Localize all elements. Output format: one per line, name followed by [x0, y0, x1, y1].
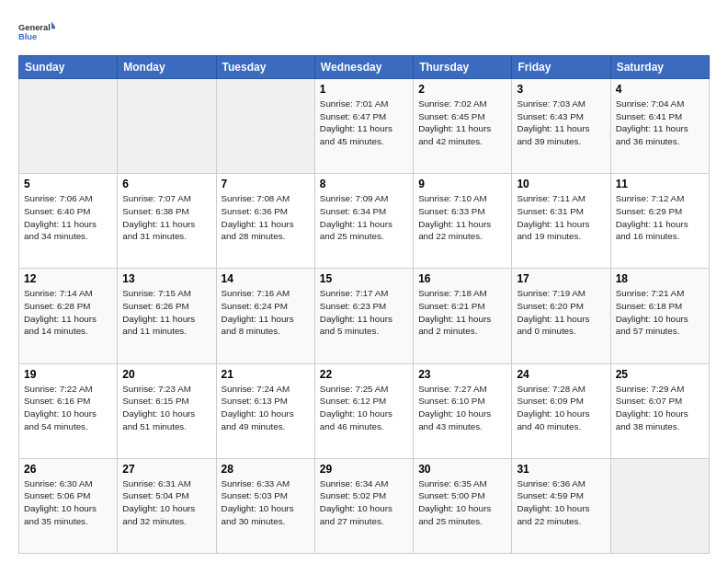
day-info: Sunrise: 7:29 AM Sunset: 6:07 PM Dayligh…	[616, 383, 704, 433]
day-cell: 19Sunrise: 7:22 AM Sunset: 6:16 PM Dayli…	[19, 363, 118, 458]
day-cell: 20Sunrise: 7:23 AM Sunset: 6:15 PM Dayli…	[118, 363, 216, 458]
day-number: 29	[320, 463, 408, 476]
day-number: 27	[122, 463, 210, 476]
day-info: Sunrise: 7:25 AM Sunset: 6:12 PM Dayligh…	[320, 383, 408, 433]
day-number: 11	[616, 178, 704, 190]
day-number: 16	[418, 272, 506, 285]
day-cell: 8Sunrise: 7:09 AM Sunset: 6:34 PM Daylig…	[314, 174, 413, 269]
day-number: 23	[418, 368, 506, 381]
day-cell: 15Sunrise: 7:17 AM Sunset: 6:23 PM Dayli…	[314, 269, 413, 363]
day-cell: 3Sunrise: 7:03 AM Sunset: 6:43 PM Daylig…	[512, 79, 610, 174]
svg-text:Blue: Blue	[18, 32, 37, 41]
day-info: Sunrise: 6:35 AM Sunset: 5:00 PM Dayligh…	[418, 477, 506, 528]
logo-svg: General Blue	[18, 15, 55, 48]
day-cell: 29Sunrise: 6:34 AM Sunset: 5:02 PM Dayli…	[314, 458, 413, 553]
day-info: Sunrise: 7:03 AM Sunset: 6:43 PM Dayligh…	[517, 98, 605, 148]
day-cell: 1Sunrise: 7:01 AM Sunset: 6:47 PM Daylig…	[314, 79, 413, 174]
day-info: Sunrise: 7:04 AM Sunset: 6:41 PM Dayligh…	[616, 98, 704, 148]
svg-marker-2	[51, 21, 55, 29]
day-info: Sunrise: 6:33 AM Sunset: 5:03 PM Dayligh…	[222, 477, 310, 528]
weekday-thursday: Thursday	[414, 56, 512, 79]
day-info: Sunrise: 7:14 AM Sunset: 6:28 PM Dayligh…	[24, 287, 112, 338]
day-cell: 5Sunrise: 7:06 AM Sunset: 6:40 PM Daylig…	[19, 174, 118, 269]
header: General Blue	[18, 15, 710, 48]
day-cell: 26Sunrise: 6:30 AM Sunset: 5:06 PM Dayli…	[19, 458, 118, 553]
day-number: 10	[517, 178, 605, 190]
day-number: 8	[320, 178, 408, 190]
day-number: 17	[517, 272, 605, 285]
day-number: 21	[222, 368, 310, 381]
day-number: 19	[24, 368, 112, 381]
week-row-4: 19Sunrise: 7:22 AM Sunset: 6:16 PM Dayli…	[19, 363, 710, 458]
day-cell: 17Sunrise: 7:19 AM Sunset: 6:20 PM Dayli…	[512, 269, 610, 363]
day-number: 9	[418, 178, 506, 190]
day-number: 24	[517, 368, 605, 381]
day-cell: 16Sunrise: 7:18 AM Sunset: 6:21 PM Dayli…	[414, 269, 512, 363]
day-cell: 28Sunrise: 6:33 AM Sunset: 5:03 PM Dayli…	[216, 458, 314, 553]
day-cell: 31Sunrise: 6:36 AM Sunset: 4:59 PM Dayli…	[512, 458, 610, 553]
day-number: 22	[320, 368, 408, 381]
day-info: Sunrise: 7:07 AM Sunset: 6:38 PM Dayligh…	[122, 192, 210, 243]
day-number: 14	[222, 272, 310, 285]
day-info: Sunrise: 7:18 AM Sunset: 6:21 PM Dayligh…	[418, 287, 506, 338]
day-number: 25	[616, 368, 704, 381]
day-number: 18	[616, 272, 704, 285]
day-info: Sunrise: 7:08 AM Sunset: 6:36 PM Dayligh…	[222, 192, 310, 243]
day-info: Sunrise: 7:10 AM Sunset: 6:33 PM Dayligh…	[418, 192, 506, 243]
day-number: 15	[320, 272, 408, 285]
day-cell: 2Sunrise: 7:02 AM Sunset: 6:45 PM Daylig…	[414, 79, 512, 174]
day-cell: 22Sunrise: 7:25 AM Sunset: 6:12 PM Dayli…	[314, 363, 413, 458]
day-info: Sunrise: 7:09 AM Sunset: 6:34 PM Dayligh…	[320, 192, 408, 243]
weekday-header-row: SundayMondayTuesdayWednesdayThursdayFrid…	[19, 56, 710, 79]
day-info: Sunrise: 7:27 AM Sunset: 6:10 PM Dayligh…	[418, 383, 506, 433]
day-info: Sunrise: 7:17 AM Sunset: 6:23 PM Dayligh…	[320, 287, 408, 338]
day-cell: 21Sunrise: 7:24 AM Sunset: 6:13 PM Dayli…	[216, 363, 314, 458]
svg-text:General: General	[18, 23, 51, 32]
week-row-1: 1Sunrise: 7:01 AM Sunset: 6:47 PM Daylig…	[19, 79, 710, 174]
day-info: Sunrise: 6:31 AM Sunset: 5:04 PM Dayligh…	[122, 477, 210, 528]
day-info: Sunrise: 7:22 AM Sunset: 6:16 PM Dayligh…	[24, 383, 112, 433]
day-cell: 14Sunrise: 7:16 AM Sunset: 6:24 PM Dayli…	[216, 269, 314, 363]
calendar: SundayMondayTuesdayWednesdayThursdayFrid…	[18, 55, 710, 554]
day-number: 12	[24, 272, 112, 285]
day-number: 2	[418, 83, 506, 96]
day-cell: 6Sunrise: 7:07 AM Sunset: 6:38 PM Daylig…	[118, 174, 216, 269]
day-number: 7	[222, 178, 310, 190]
day-number: 3	[517, 83, 605, 96]
week-row-5: 26Sunrise: 6:30 AM Sunset: 5:06 PM Dayli…	[19, 458, 710, 553]
day-info: Sunrise: 6:30 AM Sunset: 5:06 PM Dayligh…	[24, 477, 112, 528]
day-cell: 13Sunrise: 7:15 AM Sunset: 6:26 PM Dayli…	[118, 269, 216, 363]
week-row-3: 12Sunrise: 7:14 AM Sunset: 6:28 PM Dayli…	[19, 269, 710, 363]
weekday-friday: Friday	[512, 56, 610, 79]
day-number: 31	[517, 463, 605, 476]
day-number: 5	[24, 178, 112, 190]
day-cell: 25Sunrise: 7:29 AM Sunset: 6:07 PM Dayli…	[610, 363, 709, 458]
week-row-2: 5Sunrise: 7:06 AM Sunset: 6:40 PM Daylig…	[19, 174, 710, 269]
day-number: 6	[122, 178, 210, 190]
day-cell	[19, 79, 118, 174]
day-number: 1	[320, 83, 408, 96]
day-info: Sunrise: 7:16 AM Sunset: 6:24 PM Dayligh…	[222, 287, 310, 338]
day-cell: 24Sunrise: 7:28 AM Sunset: 6:09 PM Dayli…	[512, 363, 610, 458]
day-cell	[216, 79, 314, 174]
day-cell	[118, 79, 216, 174]
weekday-sunday: Sunday	[19, 56, 118, 79]
weekday-tuesday: Tuesday	[216, 56, 314, 79]
day-info: Sunrise: 6:36 AM Sunset: 4:59 PM Dayligh…	[517, 477, 605, 528]
day-number: 13	[122, 272, 210, 285]
day-cell: 30Sunrise: 6:35 AM Sunset: 5:00 PM Dayli…	[414, 458, 512, 553]
day-info: Sunrise: 6:34 AM Sunset: 5:02 PM Dayligh…	[320, 477, 408, 528]
day-number: 4	[616, 83, 704, 96]
weekday-wednesday: Wednesday	[314, 56, 413, 79]
day-cell: 4Sunrise: 7:04 AM Sunset: 6:41 PM Daylig…	[610, 79, 709, 174]
day-info: Sunrise: 7:21 AM Sunset: 6:18 PM Dayligh…	[616, 287, 704, 338]
day-info: Sunrise: 7:02 AM Sunset: 6:45 PM Dayligh…	[418, 98, 506, 148]
weekday-monday: Monday	[118, 56, 216, 79]
day-info: Sunrise: 7:11 AM Sunset: 6:31 PM Dayligh…	[517, 192, 605, 243]
day-cell: 9Sunrise: 7:10 AM Sunset: 6:33 PM Daylig…	[414, 174, 512, 269]
day-cell: 10Sunrise: 7:11 AM Sunset: 6:31 PM Dayli…	[512, 174, 610, 269]
day-cell: 23Sunrise: 7:27 AM Sunset: 6:10 PM Dayli…	[414, 363, 512, 458]
day-number: 26	[24, 463, 112, 476]
day-info: Sunrise: 7:24 AM Sunset: 6:13 PM Dayligh…	[222, 383, 310, 433]
day-info: Sunrise: 7:28 AM Sunset: 6:09 PM Dayligh…	[517, 383, 605, 433]
